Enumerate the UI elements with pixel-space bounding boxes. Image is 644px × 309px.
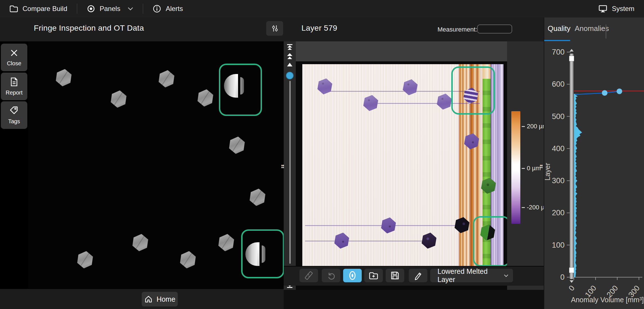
svg-text:600: 600	[552, 80, 565, 88]
sample-hexagon	[196, 88, 215, 108]
tab-anomalies[interactable]: Anomalies	[575, 24, 609, 33]
chevron-down-icon	[504, 274, 508, 277]
layer-range-track[interactable]	[570, 53, 574, 279]
sample-hexagon	[157, 69, 176, 88]
svg-text:Anomaly Volume [mm³]: Anomaly Volume [mm³]	[571, 296, 644, 304]
anomaly-highlight-box	[241, 229, 284, 278]
svg-text:300: 300	[552, 176, 565, 185]
panels-menu-button[interactable]: Panels	[77, 0, 143, 17]
fringe-inspection-panel: Fringe Inspection and OT Data Close	[0, 17, 284, 309]
panel-divider-grip[interactable]	[540, 164, 543, 169]
measurement-input[interactable]	[477, 24, 512, 33]
alerts-label: Alerts	[166, 5, 183, 13]
system-label: System	[612, 5, 634, 13]
highlight-eye-icon	[348, 270, 357, 281]
svg-text:400: 400	[552, 144, 565, 153]
layer-view-mode-dropdown[interactable]: Lowered Melted Layer	[430, 269, 513, 282]
sliders-icon	[270, 24, 279, 33]
report-button[interactable]: Report	[1, 73, 27, 100]
svg-text:Layer: Layer	[544, 163, 551, 181]
skip-to-top-icon[interactable]	[287, 44, 293, 50]
anomaly-highlight-box	[473, 216, 507, 267]
report-icon	[10, 77, 19, 87]
svg-text:200: 200	[552, 209, 565, 217]
save-button[interactable]	[386, 269, 404, 282]
home-icon	[144, 295, 153, 303]
tags-label: Tags	[8, 118, 20, 125]
report-label: Report	[6, 89, 23, 96]
anomaly-highlight-box	[451, 66, 495, 115]
home-button[interactable]: Home	[142, 292, 178, 306]
height-colorbar-strip: 200 µm 0 µm -200 µm	[507, 41, 544, 290]
pen-icon	[413, 271, 423, 280]
sample-hexagon	[228, 135, 246, 155]
tab-separator	[606, 24, 606, 39]
layer-slider-handle[interactable]	[286, 72, 294, 79]
colorbar-tick	[522, 168, 525, 169]
svg-text:700: 700	[552, 48, 565, 56]
part-hexagon-purple	[379, 216, 397, 235]
app-window: Compare Build Panels Alerts	[0, 0, 644, 309]
home-label: Home	[157, 295, 176, 303]
panel-divider-grip[interactable]	[281, 164, 284, 169]
system-button[interactable]: System	[589, 0, 644, 17]
part-hexagon-light-purple	[362, 94, 379, 112]
part-hexagon-light-purple	[435, 92, 453, 111]
height-colorbar	[511, 111, 520, 224]
add-to-folder-button[interactable]	[364, 269, 383, 282]
sample-hexagon	[76, 250, 94, 269]
sample-hexagon	[217, 233, 236, 252]
layer-slider-track[interactable]	[289, 81, 291, 264]
folder-icon	[10, 5, 18, 12]
layer-view-panel: Layer 579 Measurement:	[284, 17, 544, 309]
layer-map-viewport[interactable]: 100 mm	[296, 41, 507, 290]
monitor-icon	[598, 5, 607, 13]
close-label: Close	[7, 60, 21, 67]
chart-scroll-up-icon[interactable]	[570, 49, 574, 51]
step-up-icon[interactable]	[287, 63, 293, 67]
undo-button[interactable]	[322, 269, 340, 282]
tags-button[interactable]: Tags	[1, 101, 27, 129]
sample-hexagon	[109, 89, 128, 109]
undo-icon	[327, 271, 336, 280]
info-icon	[153, 5, 161, 13]
svg-text:0: 0	[560, 273, 565, 281]
close-button[interactable]: Close	[1, 44, 27, 71]
optical-tomography-map	[302, 64, 503, 275]
compare-build-label: Compare Build	[23, 5, 67, 13]
colorbar-tick	[522, 126, 525, 127]
highlight-visibility-button[interactable]	[343, 269, 362, 282]
top-menu-bar: Compare Build Panels Alerts	[0, 0, 644, 18]
anomaly-volume-plot: 0100200300400500600700Layer0100200300Ano…	[544, 42, 644, 309]
fringe-inspection-image[interactable]	[28, 41, 284, 288]
alerts-button[interactable]: Alerts	[143, 0, 192, 17]
fringe-panel-header: Fringe Inspection and OT Data	[0, 17, 284, 42]
jump-up-icon[interactable]	[287, 53, 293, 60]
part-hexagon-light-purple	[401, 78, 419, 97]
tag-icon	[9, 106, 19, 115]
fringe-panel-title: Fringe Inspection and OT Data	[34, 24, 144, 33]
ruler-button[interactable]	[299, 269, 318, 282]
save-icon	[390, 271, 399, 280]
ruler-icon	[304, 271, 314, 280]
left-bottom-bar: Home	[0, 288, 284, 309]
part-hexagon-dark	[420, 231, 438, 250]
anomaly-highlight-box	[219, 64, 262, 116]
measure-pen-button[interactable]	[409, 269, 427, 282]
chart-scroll-down-icon[interactable]	[570, 280, 574, 283]
layer-range-handle-bottom[interactable]	[569, 267, 574, 273]
tab-quality[interactable]: Quality	[548, 24, 570, 33]
display-settings-button[interactable]	[266, 21, 283, 36]
svg-text:500: 500	[552, 112, 565, 121]
anomaly-volume-chart: 0100200300400500600700Layer0100200300Ano…	[544, 42, 644, 309]
compare-build-button[interactable]: Compare Build	[0, 0, 77, 17]
svg-text:0: 0	[567, 284, 576, 293]
layer-slider	[284, 41, 296, 290]
layer-panel-header: Layer 579 Measurement:	[284, 17, 544, 42]
layer-range-handle-top[interactable]	[569, 56, 574, 61]
folder-plus-icon	[369, 271, 378, 280]
layer-view-mode-label: Lowered Melted Layer	[438, 267, 504, 284]
layer-title: Layer 579	[301, 24, 337, 33]
active-tab-underline	[544, 40, 570, 41]
layer-toolbar: Lowered Melted Layer	[284, 266, 544, 286]
